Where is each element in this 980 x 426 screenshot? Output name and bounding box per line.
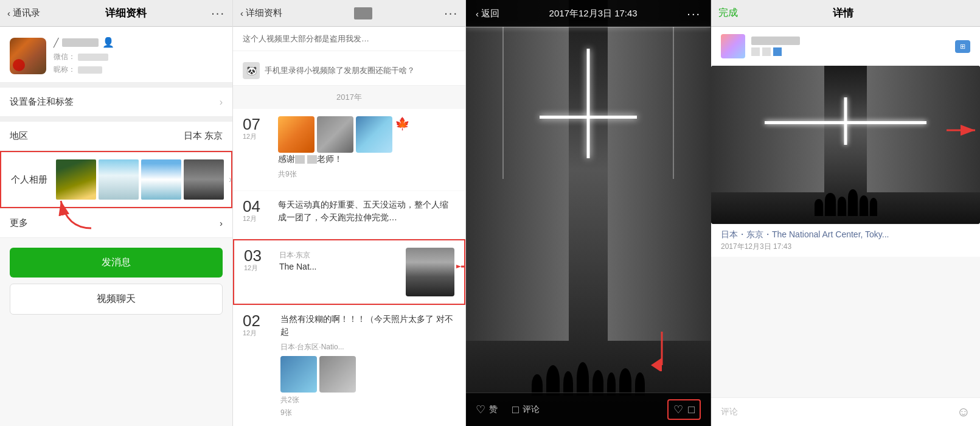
detail-photo-bg (711, 66, 980, 224)
album-section[interactable]: 个人相册 › (0, 151, 232, 208)
detail-sil-6 (870, 198, 877, 216)
notification-2: 🐼 手机里录得小视频除了发朋友圈还能干啥？ (233, 51, 465, 86)
edit-icon: ╱ (54, 38, 58, 47)
profile-name-row: ╱ 👤 (54, 37, 223, 48)
feed-date-dec02: 02 12月 (243, 313, 273, 338)
panel-contact-detail: ‹ 通讯录 详细资料 ··· ╱ 👤 微信： 昵称： 设置备注和标签 (0, 0, 233, 426)
silhouette-3 (563, 371, 573, 396)
back-to-detail[interactable]: ‹ 详细资料 (240, 7, 282, 19)
album-photos (56, 159, 224, 200)
album-photo-2 (99, 159, 139, 200)
feed-date-dec04: 04 12月 (243, 198, 273, 223)
send-message-button[interactable]: 发消息 (10, 248, 223, 278)
detail-location-link[interactable]: 日本・东京・The National Art Center, Toky... (721, 229, 970, 240)
detail-avatar (721, 34, 745, 58)
feed-sub-dec02: 9张 (280, 408, 456, 418)
comment-action[interactable]: □ 评论 (512, 403, 540, 416)
feed-content-dec03: 日本·东京 The Nat... (279, 248, 401, 277)
footer-actions-left: ♡ 赞 □ 评论 (476, 403, 540, 416)
feed-img-07-1 (278, 116, 315, 153)
panel4-header: 完成 详情 (711, 0, 980, 27)
emoji-icon[interactable]: ☺ (957, 404, 970, 420)
heart-icon-right: ♡ (673, 403, 683, 416)
detail-silhouettes (711, 176, 980, 216)
feed-text-dec04: 每天运动真的好重要、五天没运动，整个人缩成一团了，今天跑完拉伸完觉… (278, 198, 456, 224)
feed-month-dec03: 12月 (244, 264, 274, 273)
profile-info: ╱ 👤 微信： 昵称： (54, 37, 223, 75)
silhouette-7 (619, 368, 631, 396)
avatar (10, 38, 46, 74)
right-wall (608, 0, 711, 341)
feed-item-dec03[interactable]: 03 12月 日本·东京 The Nat... (233, 239, 465, 305)
more-options-icon3[interactable]: ··· (687, 7, 701, 21)
more-item[interactable]: 更多 › (0, 208, 232, 238)
region-value: 日本 东京 (184, 130, 223, 142)
detail-photo-section: ⊞ (711, 27, 980, 257)
footer-actions-right-highlighted[interactable]: ♡ □ (667, 399, 701, 420)
detail-sil-2 (825, 193, 836, 216)
actions-section: 发消息 视频聊天 (0, 238, 232, 426)
feed-item-dec02[interactable]: 02 12月 当然有没糊的啊！！！（今天照片太多了 对不起 日本·台东区·Nat… (233, 306, 465, 426)
video-chat-button[interactable]: 视频聊天 (10, 284, 223, 315)
wechat-id-blur (78, 54, 108, 61)
feed-place-dec03: The Nat... (279, 260, 401, 273)
back-label2: 详细资料 (246, 7, 282, 19)
feed-item-dec07[interactable]: 07 12月 🍁 感谢 老师！ 共9张 (233, 109, 465, 190)
album-photo-1 (56, 159, 96, 200)
notif-text-2: 手机里录得小视频除了发朋友圈还能干啥？ (265, 65, 415, 76)
feed-location-dec03: 日本·东京 (279, 250, 401, 260)
chevron-right-icon: › (220, 97, 223, 108)
silhouette-4 (577, 362, 589, 396)
back-to-feed[interactable]: ‹ 返回 (476, 8, 499, 19)
back-to-contacts[interactable]: ‹ 通讯录 (7, 7, 40, 19)
header-thumbnail (354, 7, 372, 19)
set-note-item[interactable]: 设置备注和标签 › (0, 88, 232, 117)
detail-sil-3 (838, 197, 846, 216)
back-chevron-icon: ‹ (7, 8, 10, 18)
feed-text-dec02: 当然有没糊的啊！！！（今天照片太多了 对不起 (280, 313, 456, 338)
more-options-icon2[interactable]: ··· (444, 6, 458, 20)
year-label: 2017年 (233, 86, 465, 109)
red-arrow-detail (944, 121, 980, 139)
profile-icon: 👤 (102, 37, 114, 48)
comment-section (711, 257, 980, 397)
set-note-label: 设置备注和标签 (10, 96, 74, 108)
detail-sil-4 (848, 189, 858, 216)
album-photo-4 (184, 159, 224, 200)
album-wrapper: 个人相册 › (0, 151, 232, 208)
detail-badges (751, 47, 949, 56)
share-button[interactable]: ⊞ (955, 40, 970, 53)
region-label: 地区 (10, 130, 28, 142)
comment-input-placeholder[interactable]: 评论 (721, 407, 957, 417)
badge-3 (773, 47, 782, 56)
side-line-right (673, 27, 674, 179)
feed-location-dec02: 日本·台东区·Natio... (280, 342, 456, 352)
profile-name-blur (62, 38, 99, 47)
comment-icon-right: □ (688, 403, 695, 416)
notif-icon: 🐼 (243, 62, 260, 79)
panel-detail: 完成 详情 ⊞ (711, 0, 980, 426)
cross-horizontal (540, 116, 638, 119)
feed-img-02-2 (319, 356, 356, 393)
feed-item-dec04-header: 04 12月 每天运动真的好重要、五天没运动，整个人缩成一团了，今天跑完拉伸完觉… (243, 198, 456, 228)
feed-content-dec07: 🍁 感谢 老师！ 共9张 (278, 116, 456, 180)
comment-input-bar: 评论 ☺ (711, 397, 980, 426)
more-options-icon[interactable]: ··· (211, 6, 225, 20)
panel3-header: ‹ 返回 2017年12月3日 17:43 ··· (466, 0, 711, 27)
feed-item-dec04[interactable]: 04 12月 每天运动真的好重要、五天没运动，整个人缩成一团了，今天跑完拉伸完觉… (233, 191, 465, 239)
more-label: 更多 (10, 217, 28, 229)
detail-username-blur (751, 37, 800, 45)
detail-sil-5 (860, 195, 868, 216)
back-chevron-icon3: ‹ (476, 9, 479, 19)
feed-item-dec02-header: 02 12月 当然有没糊的啊！！！（今天照片太多了 对不起 日本·台东区·Nat… (243, 313, 456, 418)
profile-section: ╱ 👤 微信： 昵称： (0, 27, 232, 83)
album-chevron-icon: › (229, 174, 232, 185)
album-label: 个人相册 (11, 174, 47, 186)
feed-img-02-1 (280, 356, 317, 393)
done-button[interactable]: 完成 (718, 7, 738, 19)
like-action[interactable]: ♡ 赞 (476, 403, 498, 416)
comment-icon: □ (512, 403, 519, 416)
like-label: 赞 (489, 404, 498, 415)
detail-main-photo (711, 66, 980, 224)
red-arrow-album (49, 195, 97, 231)
